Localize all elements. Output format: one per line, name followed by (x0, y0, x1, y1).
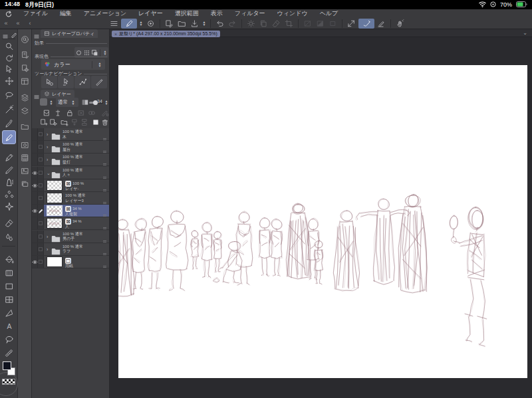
collapse-small[interactable]: ‹ (24, 20, 36, 27)
layer-edit-cell[interactable] (38, 128, 44, 140)
layer-edit-cell[interactable] (38, 243, 44, 255)
pen-tool-icon[interactable] (2, 130, 16, 144)
save-stepper[interactable]: ▲▼ (201, 19, 207, 28)
menu-0[interactable]: ファイル (17, 9, 54, 18)
frame-border-tool-icon[interactable] (3, 294, 15, 305)
layer-row-レイヤー3[interactable]: 100 % 通常レイヤー3 (32, 192, 109, 205)
layer-property-menu-icon[interactable] (33, 31, 40, 37)
document-canvas[interactable] (118, 65, 527, 378)
ruler-tool-icon[interactable] (3, 348, 15, 358)
palette-folder-icon[interactable] (20, 122, 30, 131)
polyline-tool-icon[interactable] (3, 308, 15, 318)
move-tool-icon[interactable] (3, 76, 15, 86)
layer-edit-cell[interactable] (38, 179, 44, 191)
clip-studio-logo-icon[interactable] (0, 10, 17, 18)
layer-edit-cell[interactable] (38, 217, 44, 229)
palette-quick-access-icon[interactable] (20, 140, 30, 149)
palette-tool-property-icon[interactable] (20, 63, 30, 72)
brush-tool-icon[interactable] (3, 165, 15, 175)
quick-settings-icon[interactable] (144, 19, 157, 29)
layer-pin-icon[interactable] (53, 108, 63, 118)
zoom-tool-icon[interactable] (3, 41, 15, 52)
layer-row-レイヤ-[interactable]: ⊠100 %レイヤ- (32, 179, 109, 192)
eyedropper-tool-icon[interactable] (3, 118, 15, 129)
layer-row-木[interactable]: ›100 % 通常木 (32, 128, 109, 141)
open-file-icon[interactable] (176, 19, 188, 29)
layer-row-用紙[interactable]: ▢用紙 (32, 256, 109, 268)
layer-visibility-toggle[interactable] (32, 243, 38, 255)
layer-edit-cell[interactable] (38, 153, 44, 165)
tab-close-icon[interactable]: × (114, 32, 117, 37)
selection-tool-icon[interactable] (3, 90, 15, 101)
palette-color-set-icon[interactable] (20, 93, 30, 102)
vector-line-icon[interactable] (375, 19, 388, 29)
edge-keyboard-handle[interactable]: › (0, 372, 18, 396)
folder-expand-arrow[interactable]: › (47, 247, 48, 252)
palette-navigator-icon[interactable] (20, 35, 30, 44)
selection-border-icon[interactable] (327, 19, 339, 29)
pen-pressure-icon[interactable] (358, 19, 374, 29)
new-canvas-icon[interactable] (163, 19, 176, 29)
layer-visibility-toggle[interactable] (32, 167, 38, 179)
layer-row-ラフ[interactable]: ›100 % 通常ラフ (32, 243, 109, 256)
layer-row-屋台[interactable]: ›100 % 通常屋台 (32, 141, 109, 153)
layer-visibility-toggle[interactable] (32, 217, 38, 229)
blend-stepper[interactable]: ▲▼ (48, 98, 55, 107)
layer-thumbnail[interactable] (47, 256, 63, 267)
crop-icon[interactable] (283, 19, 295, 29)
blend-tool-icon[interactable] (3, 233, 15, 243)
deselect-icon[interactable] (301, 19, 314, 29)
layer-row-人[interactable]: ⊠34 %人 (32, 217, 109, 230)
palette-layer-icon[interactable] (20, 106, 30, 116)
menu-6[interactable]: フィルター (229, 9, 271, 18)
layer-visibility-toggle[interactable] (32, 179, 38, 191)
touch-gesture-icon[interactable] (394, 19, 406, 29)
layer-visibility-toggle[interactable] (32, 192, 38, 204)
layer-lock-icon[interactable] (65, 108, 75, 118)
folder-expand-arrow[interactable]: ⌄ (47, 171, 51, 175)
transfer-to-lower-icon[interactable] (69, 118, 80, 127)
collapse-panel-left-2[interactable]: « (12, 20, 24, 27)
rotate-view-tool-icon[interactable] (3, 53, 15, 64)
layer-thumbnail[interactable] (47, 218, 63, 229)
layer-visibility-toggle[interactable] (32, 231, 38, 243)
menu-2[interactable]: アニメーション (78, 9, 132, 18)
toolnav-pen-icon[interactable] (91, 76, 107, 88)
main-color-swatch[interactable] (3, 361, 11, 370)
scale-rotate-icon[interactable] (345, 19, 358, 29)
document-tab[interactable]: × 夏祭り* (A4 297.00 x 210.00mm 350dpi 55.5… (112, 31, 220, 37)
new-layer-settings-icon[interactable] (48, 118, 59, 127)
pencil-tool-icon[interactable] (3, 152, 15, 163)
environment-settings-icon[interactable] (245, 19, 257, 29)
expression-color-select[interactable]: カラー ▲▼ (41, 59, 105, 70)
layer-edit-cell[interactable] (38, 205, 44, 217)
redo-icon[interactable] (226, 19, 239, 29)
toolnav-zoom-icon[interactable] (41, 76, 57, 88)
tab-bar-chevron-icon[interactable]: ⌄ (523, 30, 527, 36)
layer-row-人々[interactable]: ⌄100 % 通常人々 (32, 167, 109, 179)
folder-expand-arrow[interactable]: › (47, 235, 48, 239)
text-tool-icon[interactable]: A (3, 321, 15, 332)
collapse-panel-left[interactable]: « (0, 20, 12, 27)
palette-menu-icon[interactable] (108, 19, 120, 29)
layer-panel-menu-icon[interactable] (33, 91, 40, 98)
menu-1[interactable]: 編集 (54, 9, 78, 18)
toolnav-nodes-icon[interactable] (74, 76, 90, 88)
gradient-tool-icon[interactable] (3, 268, 15, 278)
folder-expand-arrow[interactable]: › (47, 132, 48, 137)
palette-history-icon[interactable] (20, 179, 30, 189)
layer-row-人複製[interactable]: ⊠34 %人複製 (32, 205, 109, 217)
menu-3[interactable]: レイヤー (132, 9, 169, 18)
menu-7[interactable]: ウィンドウ (271, 9, 314, 18)
palette-brush-size-icon[interactable] (20, 76, 30, 86)
blend-thumbnail[interactable] (40, 98, 47, 106)
lock-transparent-icon[interactable] (76, 108, 86, 118)
current-tool-icon[interactable] (121, 19, 137, 29)
layer-visibility-toggle[interactable] (32, 153, 38, 165)
folder-expand-arrow[interactable]: › (47, 157, 48, 162)
layer-visibility-toggle[interactable] (32, 128, 38, 140)
menu-8[interactable]: ヘルプ (314, 9, 344, 18)
undo-icon[interactable] (213, 19, 226, 29)
layer-drag-handle[interactable] (102, 260, 107, 272)
ruler-lock-icon[interactable] (100, 108, 110, 118)
